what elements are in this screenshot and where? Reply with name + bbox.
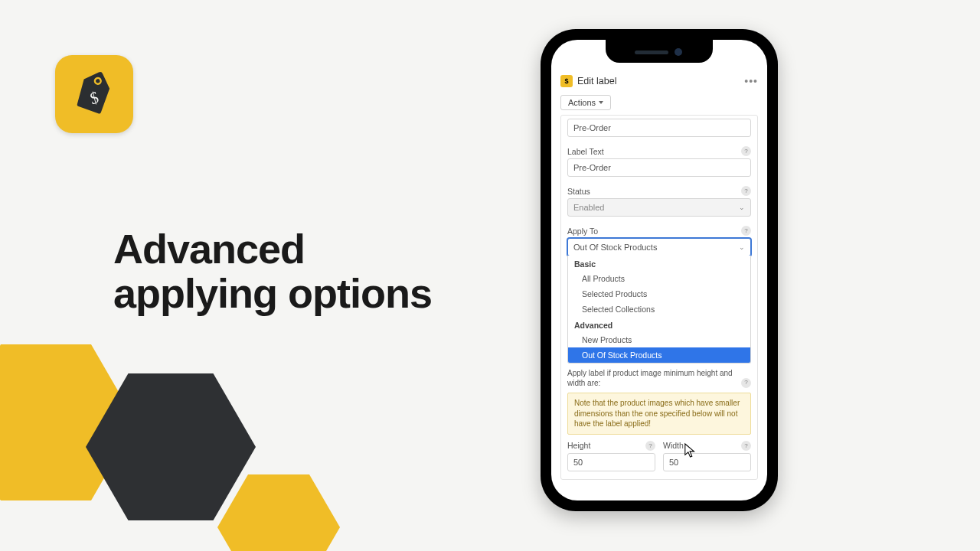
help-icon[interactable]: ?	[741, 378, 751, 388]
height-label: Height	[567, 441, 590, 451]
name-input[interactable]: Pre-Order	[567, 119, 751, 137]
width-label: Width	[663, 441, 684, 451]
select-chevron-icon: ⌄	[739, 243, 745, 251]
select-chevron-icon: ⌄	[739, 204, 745, 211]
apply-to-dropdown: Basic All Products Selected Products Sel…	[567, 256, 751, 364]
height-input-value: 50	[573, 458, 583, 467]
actions-button[interactable]: Actions	[560, 95, 611, 110]
name-input-value: Pre-Order	[573, 123, 611, 132]
chevron-down-icon	[599, 101, 603, 104]
page-title: Edit label	[577, 76, 740, 86]
dropdown-group-advanced: Advanced	[568, 317, 750, 332]
label-text-label: Label Text	[567, 147, 604, 156]
dropdown-item-selected[interactable]: Out Of Stock Products	[568, 347, 750, 363]
dropdown-item[interactable]: Selected Collections	[568, 302, 750, 317]
app-screen: $ Edit label ••• Actions Pre-Order Label…	[551, 40, 767, 500]
label-settings-card: Pre-Order Label Text ? Pre-Order Status	[560, 115, 758, 480]
phone-notch	[606, 40, 713, 63]
hero-headline: Advanced applying options	[113, 227, 432, 316]
headline-line2: applying options	[113, 270, 432, 316]
help-icon[interactable]: ?	[741, 186, 751, 196]
page-header: $ Edit label •••	[557, 73, 761, 95]
app-logo-icon: $	[560, 75, 573, 87]
width-input[interactable]: 50	[663, 453, 751, 471]
apply-to-select[interactable]: Out Of Stock Products ⌄	[567, 238, 751, 256]
dropdown-item[interactable]: All Products	[568, 271, 750, 286]
dropdown-item[interactable]: Selected Products	[568, 286, 750, 302]
help-icon[interactable]: ?	[645, 441, 655, 451]
min-size-hint-text: Apply label if product image minimum hei…	[567, 369, 733, 387]
price-tag-icon: $	[70, 70, 118, 118]
status-label: Status	[567, 187, 590, 196]
label-text-input[interactable]: Pre-Order	[567, 158, 751, 177]
apply-to-label: Apply To	[567, 227, 598, 236]
headline-line1: Advanced	[113, 226, 305, 272]
more-menu-button[interactable]: •••	[744, 75, 758, 87]
width-input-value: 50	[669, 458, 678, 467]
phone-frame: $ Edit label ••• Actions Pre-Order Label…	[541, 29, 778, 511]
dimensions-row: Height ? 50 Width ? 50	[561, 441, 757, 479]
actions-button-label: Actions	[568, 98, 596, 107]
hexagon-decor	[217, 474, 340, 551]
help-icon[interactable]: ?	[741, 146, 751, 156]
help-icon[interactable]: ?	[741, 441, 751, 451]
status-select-value: Enabled	[573, 203, 604, 212]
apply-to-select-value: Out Of Stock Products	[573, 243, 657, 252]
warning-note: Note that the product images which have …	[567, 393, 751, 435]
dropdown-item[interactable]: New Products	[568, 332, 750, 347]
label-text-value: Pre-Order	[573, 163, 611, 172]
phone-screen: $ Edit label ••• Actions Pre-Order Label…	[551, 40, 767, 500]
help-icon[interactable]: ?	[741, 226, 751, 236]
app-icon: $	[55, 55, 133, 133]
min-size-hint: Apply label if product image minimum hei…	[561, 365, 757, 388]
status-select[interactable]: Enabled ⌄	[567, 198, 751, 217]
height-input[interactable]: 50	[567, 453, 655, 471]
dropdown-group-basic: Basic	[568, 256, 750, 271]
